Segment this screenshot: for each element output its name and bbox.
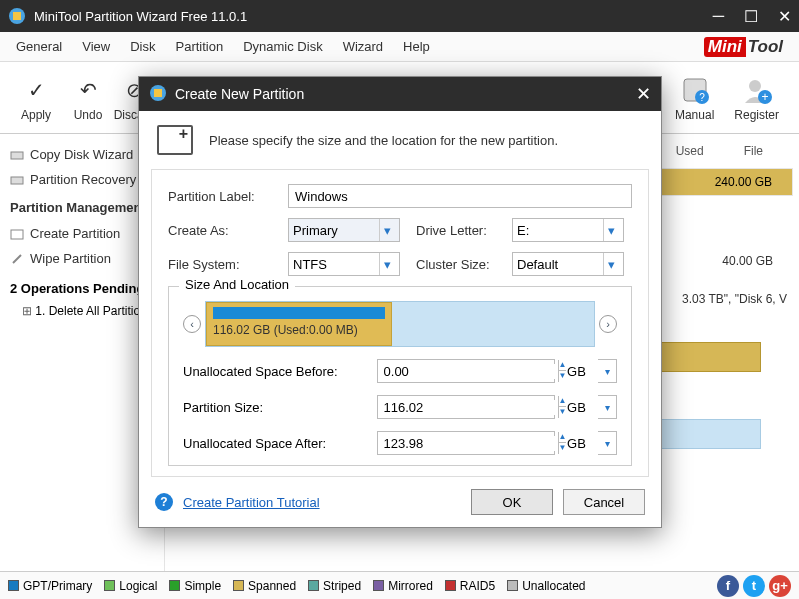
partition-label-label: Partition Label:: [168, 189, 280, 204]
brand-logo: Mini Tool: [704, 33, 793, 61]
partition-plus-icon: [157, 125, 193, 155]
space-before-label: Unallocated Space Before:: [183, 364, 369, 379]
col-file: File: [744, 144, 763, 158]
partition-label-input[interactable]: [288, 184, 632, 208]
col-used: Used: [676, 144, 704, 158]
svg-rect-9: [11, 177, 23, 184]
svg-rect-8: [11, 152, 23, 159]
create-as-select[interactable]: Primary▾: [288, 218, 400, 242]
legend-gpt: GPT/Primary: [8, 579, 92, 593]
sidebar-copy-disk[interactable]: Copy Disk Wizard: [6, 142, 158, 167]
partition-size-input[interactable]: ▲▼: [377, 395, 555, 419]
chevron-down-icon: ▾: [379, 253, 395, 275]
cluster-size-label: Cluster Size:: [408, 257, 504, 272]
twitter-icon[interactable]: t: [743, 575, 765, 597]
used-bar: [213, 307, 385, 319]
menu-disk[interactable]: Disk: [120, 35, 165, 58]
manual-icon: ?: [679, 74, 711, 106]
facebook-icon[interactable]: f: [717, 575, 739, 597]
window-title: MiniTool Partition Wizard Free 11.0.1: [34, 9, 247, 24]
create-partition-dialog: Create New Partition ✕ Please specify th…: [138, 76, 662, 528]
sidebar-wipe-partition[interactable]: Wipe Partition: [6, 246, 158, 271]
slider-label: 116.02 GB (Used:0.00 MB): [207, 319, 391, 337]
menu-view[interactable]: View: [72, 35, 120, 58]
size-location-fieldset: Size And Location ‹ 116.02 GB (Used:0.00…: [168, 286, 632, 466]
partition-size-label: Partition Size:: [183, 400, 369, 415]
unit-label: GB: [563, 400, 591, 415]
sidebar-partition-recovery[interactable]: Partition Recovery: [6, 167, 158, 192]
dialog-titlebar: Create New Partition ✕: [139, 77, 661, 111]
apply-button[interactable]: ✓ Apply: [10, 70, 62, 126]
cancel-button[interactable]: Cancel: [563, 489, 645, 515]
file-system-label: File System:: [168, 257, 280, 272]
slider-fill[interactable]: 116.02 GB (Used:0.00 MB): [206, 302, 392, 346]
menubar: General View Disk Partition Dynamic Disk…: [0, 32, 799, 62]
create-as-label: Create As:: [168, 223, 280, 238]
disk-recover-icon: [10, 173, 24, 187]
slider-left-button[interactable]: ‹: [183, 315, 201, 333]
legend-mirrored: Mirrored: [373, 579, 433, 593]
help-icon[interactable]: ?: [155, 493, 173, 511]
svg-point-5: [749, 80, 761, 92]
chevron-down-icon: ▾: [603, 219, 619, 241]
partition-slider[interactable]: 116.02 GB (Used:0.00 MB): [205, 301, 595, 347]
dialog-close-button[interactable]: ✕: [636, 83, 651, 105]
unit-label: GB: [563, 436, 591, 451]
googleplus-icon[interactable]: g+: [769, 575, 791, 597]
chevron-down-icon: ▾: [603, 253, 619, 275]
ok-button[interactable]: OK: [471, 489, 553, 515]
svg-rect-12: [154, 89, 162, 97]
legend-unallocated: Unallocated: [507, 579, 585, 593]
drive-letter-select[interactable]: E:▾: [512, 218, 624, 242]
register-icon: +: [741, 74, 773, 106]
cluster-size-select[interactable]: Default▾: [512, 252, 624, 276]
legend-spanned: Spanned: [233, 579, 296, 593]
menu-help[interactable]: Help: [393, 35, 440, 58]
unit-label: GB: [563, 364, 591, 379]
tutorial-link[interactable]: Create Partition Tutorial: [183, 495, 320, 510]
menu-general[interactable]: General: [6, 35, 72, 58]
undo-button[interactable]: ↶ Undo: [62, 70, 114, 126]
register-button[interactable]: + Register: [724, 70, 789, 126]
file-system-select[interactable]: NTFS▾: [288, 252, 400, 276]
dialog-title: Create New Partition: [175, 86, 304, 102]
legend-logical: Logical: [104, 579, 157, 593]
dialog-subtitle: Please specify the size and the location…: [209, 133, 558, 148]
maximize-button[interactable]: ☐: [744, 7, 758, 26]
minimize-button[interactable]: ─: [713, 7, 724, 26]
legend-striped: Striped: [308, 579, 361, 593]
chevron-down-icon: ▾: [379, 219, 395, 241]
wipe-icon: [10, 252, 24, 266]
space-after-input[interactable]: ▲▼: [377, 431, 555, 455]
svg-rect-1: [13, 12, 21, 20]
window-titlebar: MiniTool Partition Wizard Free 11.0.1 ─ …: [0, 0, 799, 32]
unit-select[interactable]: ▾: [598, 395, 617, 419]
sidebar-pending-item[interactable]: 1. Delete All Partitions: [6, 300, 158, 322]
footer: GPT/Primary Logical Simple Spanned Strip…: [0, 571, 799, 599]
legend-raid5: RAID5: [445, 579, 495, 593]
sidebar-pending-header: 2 Operations Pending: [6, 271, 158, 300]
slider-right-button[interactable]: ›: [599, 315, 617, 333]
unit-select[interactable]: ▾: [598, 359, 617, 383]
check-icon: ✓: [20, 74, 52, 106]
svg-rect-10: [11, 230, 23, 239]
drive-letter-label: Drive Letter:: [408, 223, 504, 238]
menu-partition[interactable]: Partition: [165, 35, 233, 58]
sidebar-create-partition[interactable]: Create Partition: [6, 221, 158, 246]
svg-text:?: ?: [699, 92, 705, 103]
disk-copy-icon: [10, 148, 24, 162]
menu-dynamic-disk[interactable]: Dynamic Disk: [233, 35, 332, 58]
dialog-icon: [149, 84, 167, 105]
size-location-legend: Size And Location: [179, 277, 295, 292]
space-before-input[interactable]: ▲▼: [377, 359, 555, 383]
svg-text:+: +: [761, 90, 768, 104]
manual-button[interactable]: ? Manual: [665, 70, 724, 126]
dialog-header: Please specify the size and the location…: [139, 111, 661, 169]
undo-icon: ↶: [72, 74, 104, 106]
legend-simple: Simple: [169, 579, 221, 593]
app-icon: [8, 7, 26, 25]
sidebar-section-pm: Partition Management: [6, 192, 158, 221]
unit-select[interactable]: ▾: [598, 431, 617, 455]
menu-wizard[interactable]: Wizard: [333, 35, 393, 58]
close-button[interactable]: ✕: [778, 7, 791, 26]
